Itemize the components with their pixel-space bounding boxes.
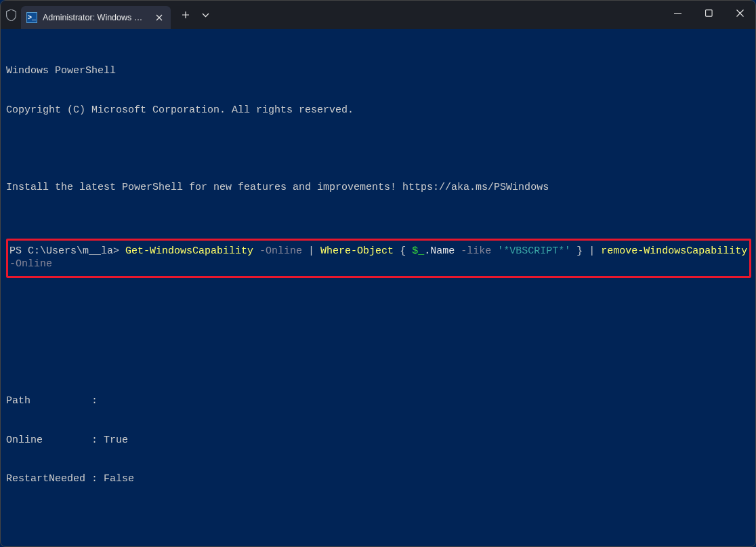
spacer bbox=[6, 143, 755, 155]
param-online-1: -Online bbox=[253, 245, 302, 257]
string-vbscript: '*VBSCRIPT*' bbox=[491, 245, 570, 257]
cmdlet-remove: remove-WindowsCapability bbox=[601, 245, 747, 257]
property-name: .Name bbox=[424, 245, 455, 257]
banner-line-1: Windows PowerShell bbox=[6, 64, 755, 77]
cmdlet-where: Where-Object bbox=[320, 245, 394, 257]
pipe-1: | bbox=[302, 245, 320, 257]
special-variable: $_ bbox=[412, 245, 424, 257]
terminal-area[interactable]: Windows PowerShell Copyright (C) Microso… bbox=[1, 29, 755, 547]
shield-icon bbox=[1, 1, 21, 29]
output-block: Path : Online : True RestartNeeded : Fal… bbox=[6, 369, 755, 512]
svg-rect-0 bbox=[705, 9, 712, 16]
brace-open: { bbox=[394, 245, 412, 257]
prompt-path: PS C:\Users\m__la> bbox=[9, 245, 125, 257]
maximize-button[interactable] bbox=[693, 1, 724, 25]
tab-dropdown-button[interactable] bbox=[196, 4, 214, 26]
pipe-2: | bbox=[583, 245, 601, 257]
param-like: -like bbox=[455, 245, 491, 257]
titlebar: >_ Administrator: Windows Powe bbox=[1, 1, 755, 29]
close-tab-button[interactable] bbox=[153, 12, 165, 24]
titlebar-left: >_ Administrator: Windows Powe bbox=[1, 1, 214, 29]
banner-line-3: Install the latest PowerShell for new fe… bbox=[6, 181, 755, 194]
cmdlet-get: Get-WindowsCapability bbox=[125, 245, 253, 257]
brace-close: } bbox=[570, 245, 583, 257]
output-online: Online : True bbox=[6, 434, 755, 447]
output-path: Path : bbox=[6, 394, 755, 407]
tab-powershell[interactable]: >_ Administrator: Windows Powe bbox=[21, 6, 171, 29]
tab-title: Administrator: Windows Powe bbox=[43, 13, 148, 22]
close-window-button[interactable] bbox=[724, 1, 755, 25]
output-restart: RestartNeeded : False bbox=[6, 472, 755, 485]
banner-line-2: Copyright (C) Microsoft Corporation. All… bbox=[6, 104, 755, 117]
highlighted-command-box: PS C:\Users\m__la> Get-WindowsCapability… bbox=[6, 239, 751, 278]
spacer bbox=[6, 323, 755, 335]
window-controls bbox=[662, 1, 755, 29]
minimize-button[interactable] bbox=[662, 1, 693, 25]
new-tab-button[interactable] bbox=[175, 4, 196, 26]
powershell-icon: >_ bbox=[26, 12, 37, 23]
